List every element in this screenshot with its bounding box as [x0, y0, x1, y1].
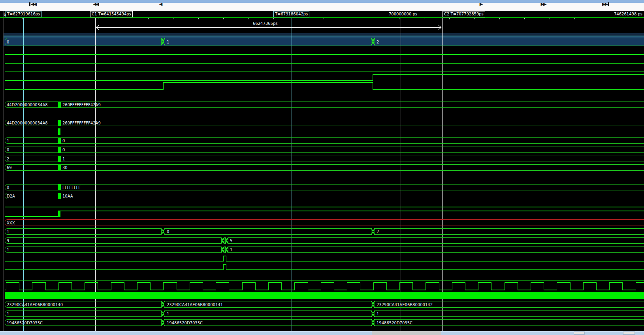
signal-edge: [163, 82, 164, 90]
bus-value-label: 23290CA41AE06B80000142: [377, 303, 433, 307]
clock-line: [308, 290, 321, 290]
bus-segment: [60, 137, 644, 144]
step-forward-button[interactable]: ▶: [475, 0, 486, 8]
clock-edge: [216, 282, 216, 290]
skip-to-end-button[interactable]: ▶▶: [599, 0, 612, 8]
ruler-tick: [98, 18, 98, 19]
filled-signal-band: [5, 292, 644, 299]
clock-line: [557, 282, 570, 283]
clock-edge: [85, 282, 85, 290]
bus-transition-x: [162, 311, 165, 317]
clock-line: [150, 290, 163, 290]
marker-time-box[interactable]: T=627919616ps: [6, 11, 41, 17]
fast-rewind-button[interactable]: ◀◀: [89, 0, 102, 8]
ruler-tick: [424, 18, 424, 19]
clock-line: [609, 282, 622, 283]
bus-value-label: 0: [62, 139, 65, 143]
timeline-end-time-label: 746261498 ps: [614, 12, 642, 16]
bus-segment: [5, 164, 58, 171]
bus-transition-x: [371, 301, 375, 308]
ruler-tick: [374, 18, 374, 19]
clock-line: [111, 282, 124, 283]
marker-time-box[interactable]: T=679186042ps: [273, 11, 309, 17]
bus-value-label: 10AA: [62, 194, 73, 198]
bus-value-label: 69: [7, 166, 12, 170]
step-back-button[interactable]: ◀: [155, 0, 166, 8]
bus-transition-bar: [58, 102, 60, 108]
bus-value-label: D2A: [7, 194, 15, 198]
clock-line: [281, 290, 294, 290]
clock-edge: [570, 282, 571, 290]
scrollbar-widget[interactable]: [574, 331, 585, 335]
bus-value-label: 2: [377, 230, 379, 234]
clock-line: [137, 282, 150, 283]
primary-marker-line[interactable]: [23, 18, 24, 331]
ruler-tick: [324, 18, 324, 19]
signal-line: [5, 216, 58, 217]
fast-rewind-icon: ◀◀: [93, 2, 98, 7]
bus-value-label: 0: [62, 148, 65, 152]
bus-segment: [165, 311, 371, 317]
clock-line: [426, 282, 439, 283]
ruler-tick: [73, 18, 73, 19]
ruler-tick: [223, 18, 224, 19]
ruler-tick: [449, 18, 450, 19]
signal-line: [223, 264, 226, 265]
clock-edge: [531, 282, 531, 290]
secondary-marker-line[interactable]: [292, 18, 292, 331]
clock-edge: [583, 282, 584, 290]
clock-edge: [294, 282, 295, 290]
bus-segment: [5, 137, 58, 144]
scrollbar-widget[interactable]: [623, 331, 635, 335]
ruler-tick: [550, 18, 550, 19]
timeline-grid-time-label: 700000000 ps: [389, 12, 417, 16]
bus-value-label: XXX: [7, 221, 15, 225]
clock-edge: [163, 282, 164, 290]
marker-time-box[interactable]: C2 T=707792859ps: [443, 11, 485, 17]
bus-value-label: 260FFFFFFFFF42A9: [62, 121, 101, 125]
signal-line: [5, 72, 644, 72]
bus-transition-bar: [58, 184, 60, 190]
clock-line: [399, 282, 412, 283]
marker-time-box[interactable]: C1 T=641545494ps: [90, 11, 133, 17]
signal-line: [60, 211, 644, 211]
transition-mark: [58, 128, 60, 135]
signal-line: [5, 280, 644, 281]
clock-line: [505, 282, 518, 283]
bus-value-label: 2: [7, 157, 9, 161]
clock-line: [190, 282, 203, 283]
clock-edge: [412, 282, 413, 290]
signal-edge: [373, 74, 373, 81]
fast-forward-button[interactable]: ▶▶: [537, 0, 550, 8]
bus-value-label: 19486520D7035C: [167, 321, 203, 325]
scrollbar-gray-section[interactable]: [372, 331, 441, 335]
clock-edge: [518, 282, 518, 290]
bus-transition-bar: [58, 137, 60, 144]
clock-edge: [6, 282, 6, 290]
skip-to-start-button[interactable]: ◀◀: [26, 0, 39, 8]
horizontal-scrollbar[interactable]: [0, 331, 644, 335]
clock-edge: [557, 282, 557, 290]
clock-edge: [334, 282, 334, 290]
signal-line: [5, 89, 163, 90]
clock-edge: [478, 282, 478, 290]
clock-edge: [465, 282, 465, 290]
ruler-tick: [48, 18, 48, 19]
marker-delta-arrow: [96, 27, 441, 28]
c1-marker-line[interactable]: [95, 18, 96, 331]
time-gridline: [401, 18, 401, 331]
bus-segment: [228, 237, 644, 244]
signal-line: [5, 80, 373, 81]
clock-edge: [255, 282, 256, 290]
signal-line: [5, 54, 644, 55]
clock-line: [373, 282, 386, 283]
c2-marker-line[interactable]: [443, 18, 443, 331]
clock-line: [177, 290, 190, 290]
bus-segment: [5, 237, 222, 244]
signal-line: [5, 269, 223, 270]
clock-edge: [137, 282, 137, 290]
clock-edge: [150, 282, 151, 290]
stop-bar-icon: [608, 2, 609, 6]
clock-edge: [609, 282, 610, 290]
bus-value-label: 44D20000000034A8: [7, 121, 48, 125]
